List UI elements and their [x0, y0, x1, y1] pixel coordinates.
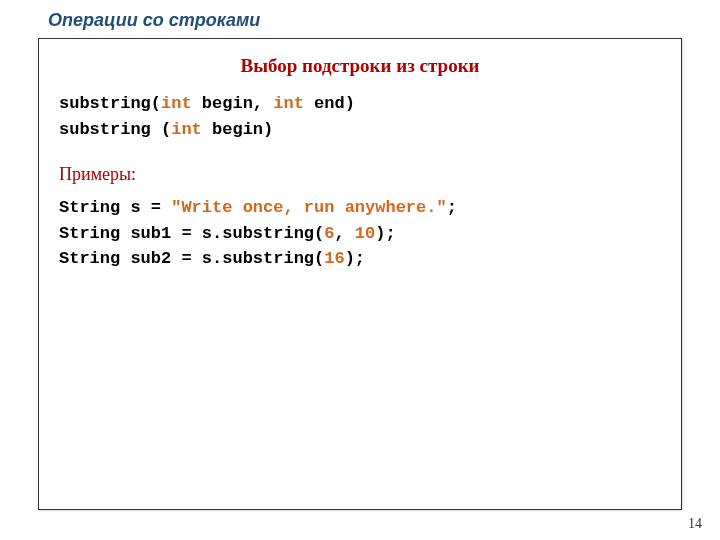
number-literal: 10	[355, 224, 375, 243]
code-text: );	[345, 249, 365, 268]
code-text: end)	[304, 94, 355, 113]
keyword-int: int	[171, 120, 202, 139]
code-text: begin,	[192, 94, 274, 113]
example-line-2: String sub1 = s.substring(6, 10);	[59, 221, 661, 247]
code-text: String s =	[59, 198, 171, 217]
number-literal: 6	[324, 224, 334, 243]
content-box: Выбор подстроки из строки substring(int …	[38, 38, 682, 510]
slide-header: Операции со строками	[48, 10, 260, 31]
code-text: ,	[334, 224, 354, 243]
keyword-int: int	[273, 94, 304, 113]
code-text: substring(	[59, 94, 161, 113]
string-literal: "Write once, run anywhere."	[171, 198, 446, 217]
code-text: String sub2 = s.substring(	[59, 249, 324, 268]
signature-1: substring(int begin, int end)	[59, 91, 661, 117]
number-literal: 16	[324, 249, 344, 268]
code-text: ;	[447, 198, 457, 217]
example-line-3: String sub2 = s.substring(16);	[59, 246, 661, 272]
example-line-1: String s = "Write once, run anywhere.";	[59, 195, 661, 221]
page-number: 14	[688, 516, 702, 532]
examples-label: Примеры:	[59, 164, 661, 185]
keyword-int: int	[161, 94, 192, 113]
code-text: String sub1 = s.substring(	[59, 224, 324, 243]
code-text: );	[375, 224, 395, 243]
signature-2: substring (int begin)	[59, 117, 661, 143]
code-text: substring (	[59, 120, 171, 139]
code-text: begin)	[202, 120, 273, 139]
subtitle: Выбор подстроки из строки	[59, 55, 661, 77]
